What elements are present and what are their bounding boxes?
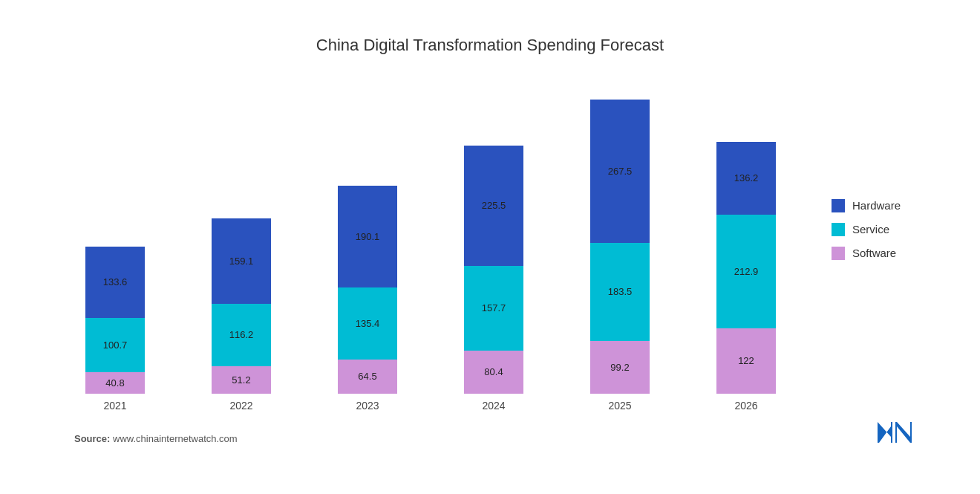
svg-marker-0: [878, 422, 892, 443]
service-segment-2022: 116.2: [212, 304, 271, 366]
stacked-bar-2022: 51.2116.2159.1: [212, 218, 271, 394]
year-label-2022: 2022: [229, 400, 252, 412]
stacked-bar-2021: 40.8100.7133.6: [85, 247, 145, 394]
stacked-bar-2023: 64.5135.4190.1: [338, 186, 397, 394]
svg-marker-1: [895, 422, 912, 443]
source-label: Source:: [74, 433, 110, 444]
software-segment-2023: 64.5: [338, 360, 397, 394]
service-segment-2021: 100.7: [85, 318, 145, 372]
software-segment-2024: 80.4: [464, 351, 523, 394]
legend-label-software: Software: [852, 247, 896, 259]
footer-row: Source: www.chinainternetwatch.com: [45, 416, 935, 444]
bars-area: 40.8100.7133.6202151.2116.2159.1202264.5…: [45, 77, 817, 412]
source-line: Source: www.chinainternetwatch.com: [45, 433, 238, 444]
legend-item-service: Service: [832, 223, 935, 236]
chart-title: China Digital Transformation Spending Fo…: [45, 36, 935, 55]
chart-area: 40.8100.7133.6202151.2116.2159.1202264.5…: [45, 77, 817, 412]
hardware-segment-2021: 133.6: [85, 247, 145, 318]
year-label-2024: 2024: [482, 400, 505, 412]
source-url: www.chinainternetwatch.com: [113, 433, 238, 444]
service-segment-2023: 135.4: [338, 287, 397, 360]
legend-color-hardware: [832, 199, 845, 212]
service-segment-2024: 157.7: [464, 266, 523, 351]
bar-group-2022: 51.2116.2159.12022: [200, 218, 282, 412]
legend-item-hardware: Hardware: [832, 199, 935, 212]
hardware-segment-2024: 225.5: [464, 146, 523, 266]
year-label-2023: 2023: [356, 400, 379, 412]
software-segment-2021: 40.8: [85, 372, 145, 394]
legend-color-service: [832, 223, 845, 236]
stacked-bar-2024: 80.4157.7225.5: [464, 146, 523, 394]
stacked-bar-2026: 122212.9136.2: [716, 142, 776, 394]
bar-group-2025: 99.2183.5267.52025: [579, 100, 661, 412]
bar-group-2026: 122212.9136.22026: [705, 142, 787, 412]
year-label-2021: 2021: [103, 400, 126, 412]
year-label-2026: 2026: [734, 400, 757, 412]
legend-color-software: [832, 247, 845, 260]
hardware-segment-2025: 267.5: [590, 100, 650, 243]
legend: Hardware Service Software: [817, 77, 935, 412]
legend-item-software: Software: [832, 247, 935, 260]
chart-container: China Digital Transformation Spending Fo…: [15, 13, 965, 481]
service-segment-2025: 183.5: [590, 243, 650, 341]
hardware-segment-2023: 190.1: [338, 186, 397, 287]
software-segment-2025: 99.2: [590, 341, 650, 394]
legend-label-service: Service: [852, 223, 889, 235]
service-segment-2026: 212.9: [716, 215, 776, 328]
bar-group-2021: 40.8100.7133.62021: [74, 247, 156, 412]
bar-group-2024: 80.4157.7225.52024: [453, 146, 535, 412]
year-label-2025: 2025: [608, 400, 631, 412]
hardware-segment-2026: 136.2: [716, 142, 776, 215]
hardware-segment-2022: 159.1: [212, 218, 271, 304]
stacked-bar-2025: 99.2183.5267.5: [590, 100, 650, 394]
logo: [876, 416, 928, 444]
chart-body: 40.8100.7133.6202151.2116.2159.1202264.5…: [45, 77, 935, 412]
logo-svg: [876, 416, 913, 444]
legend-label-hardware: Hardware: [852, 199, 901, 212]
software-segment-2022: 51.2: [212, 366, 271, 394]
software-segment-2026: 122: [716, 328, 776, 394]
bar-group-2023: 64.5135.4190.12023: [327, 186, 408, 412]
